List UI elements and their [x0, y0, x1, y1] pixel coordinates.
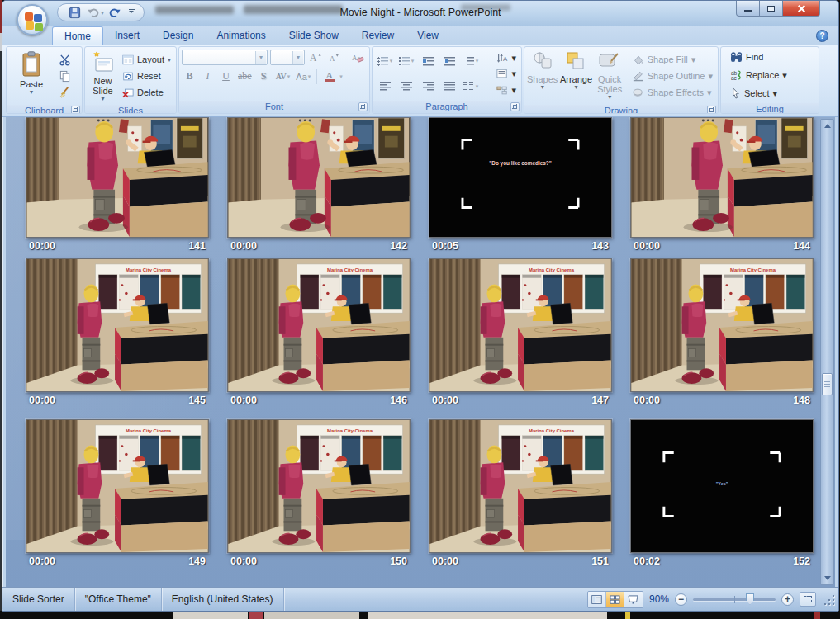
- slide-thumbnail-141[interactable]: [26, 117, 209, 238]
- slide-sorter-view-button[interactable]: [606, 592, 624, 607]
- slide-cell-149[interactable]: Marina City Cinema 00:00149: [26, 419, 209, 567]
- tab-view[interactable]: View: [406, 26, 450, 45]
- slide-thumbnail-145[interactable]: Marina City Cinema: [26, 258, 209, 392]
- font-dialog-launcher[interactable]: [358, 102, 368, 111]
- slide-cell-145[interactable]: Marina City Cinema 00:00145: [26, 258, 209, 406]
- font-name-combobox[interactable]: ▾: [182, 50, 268, 65]
- arrange-button[interactable]: Arrange ▾: [559, 49, 592, 103]
- shape-fill-button[interactable]: Shape Fill▾: [630, 51, 715, 68]
- tab-review[interactable]: Review: [350, 26, 406, 45]
- grow-font-button[interactable]: A: [307, 50, 324, 65]
- increase-indent-button[interactable]: [439, 54, 459, 69]
- replace-button[interactable]: abac Replace▾: [728, 67, 816, 83]
- close-button[interactable]: [783, 1, 820, 17]
- cut-button[interactable]: [55, 51, 74, 68]
- font-color-button[interactable]: A: [321, 69, 337, 84]
- find-button[interactable]: Find: [728, 49, 816, 65]
- new-slide-button[interactable]: New Slide ▾: [88, 49, 118, 103]
- align-left-button[interactable]: [375, 78, 395, 94]
- vertical-scrollbar[interactable]: [820, 119, 834, 585]
- restore-button[interactable]: [760, 1, 783, 17]
- slide-thumbnail-149[interactable]: Marina City Cinema: [26, 419, 209, 553]
- quick-styles-button[interactable]: Quick Styles ▾: [595, 49, 625, 103]
- paste-button[interactable]: Paste ▾: [9, 49, 54, 103]
- numbering-button[interactable]: ▾: [396, 54, 416, 69]
- slide-thumbnail-146[interactable]: Marina City Cinema: [227, 258, 411, 392]
- line-spacing-button[interactable]: ▾: [461, 54, 481, 69]
- slide-show-view-button[interactable]: [624, 592, 643, 607]
- delete-button[interactable]: Delete: [120, 84, 173, 101]
- scroll-up-button[interactable]: [822, 120, 833, 132]
- tab-home[interactable]: Home: [52, 26, 103, 45]
- slide-cell-151[interactable]: Marina City Cinema 00:00151: [429, 419, 612, 567]
- shrink-font-button[interactable]: A: [326, 50, 342, 65]
- slide-thumbnail-143[interactable]: "Do you like comedies?": [429, 117, 612, 238]
- slide-thumbnail-151[interactable]: Marina City Cinema: [429, 419, 612, 553]
- align-right-button[interactable]: [418, 78, 438, 94]
- office-button[interactable]: [17, 4, 48, 35]
- align-text-button[interactable]: ▾: [494, 68, 519, 81]
- tab-insert[interactable]: Insert: [103, 26, 151, 45]
- strikethrough-button[interactable]: abe: [236, 69, 254, 84]
- minimize-button[interactable]: [736, 1, 760, 17]
- columns-button[interactable]: ▾: [461, 78, 481, 94]
- zoom-out-button[interactable]: −: [675, 593, 687, 606]
- drawing-dialog-launcher[interactable]: [707, 106, 716, 114]
- fit-slide-to-window-button[interactable]: [800, 592, 816, 607]
- slide-thumbnail-148[interactable]: Marina City Cinema: [630, 258, 814, 392]
- select-button[interactable]: Select▾: [728, 85, 816, 102]
- scrollbar-thumb[interactable]: [822, 373, 833, 395]
- slide-cell-143[interactable]: "Do you like comedies?"00:05143: [429, 117, 612, 252]
- format-painter-button[interactable]: [55, 84, 74, 101]
- tab-slide-show[interactable]: Slide Show: [278, 26, 350, 45]
- slide-cell-152[interactable]: "Yes"00:02152: [630, 419, 814, 567]
- reset-button[interactable]: Reset: [120, 68, 173, 84]
- decrease-indent-button[interactable]: [418, 54, 438, 69]
- align-center-button[interactable]: [396, 78, 416, 94]
- zoom-slider-thumb[interactable]: [746, 593, 754, 605]
- status-view-indicator[interactable]: Slide Sorter: [2, 588, 75, 611]
- slide-thumbnail-147[interactable]: Marina City Cinema: [429, 258, 612, 392]
- slide-thumbnail-142[interactable]: [227, 117, 411, 238]
- help-button[interactable]: ?: [816, 30, 828, 42]
- slide-cell-146[interactable]: Marina City Cinema 00:00146: [227, 258, 411, 406]
- normal-view-button[interactable]: [588, 592, 606, 607]
- zoom-slider[interactable]: [693, 598, 776, 601]
- slide-cell-148[interactable]: Marina City Cinema 00:00148: [630, 258, 814, 406]
- slide-thumbnail-150[interactable]: Marina City Cinema: [227, 419, 411, 553]
- paragraph-dialog-launcher[interactable]: [510, 102, 520, 111]
- tab-animations[interactable]: Animations: [205, 26, 277, 45]
- text-direction-button[interactable]: A ▾: [494, 51, 519, 64]
- underline-button[interactable]: U: [218, 69, 234, 84]
- italic-button[interactable]: I: [200, 69, 216, 84]
- clipboard-dialog-launcher[interactable]: [71, 106, 80, 114]
- character-spacing-button[interactable]: AV▾: [274, 69, 292, 84]
- zoom-in-button[interactable]: +: [781, 593, 794, 606]
- shape-effects-button[interactable]: Shape Effects▾: [630, 84, 715, 101]
- scroll-down-button[interactable]: [822, 572, 833, 584]
- slide-cell-142[interactable]: 00:00142: [227, 117, 411, 252]
- change-case-button[interactable]: Aa▾: [294, 69, 312, 84]
- slide-cell-150[interactable]: Marina City Cinema 00:00150: [227, 419, 411, 567]
- slide-cell-147[interactable]: Marina City Cinema 00:00147: [429, 258, 612, 406]
- zoom-percentage[interactable]: 90%: [649, 593, 669, 605]
- slide-thumbnail-144[interactable]: [630, 117, 814, 238]
- slide-cell-144[interactable]: 00:00144: [630, 117, 814, 252]
- text-shadow-button[interactable]: S: [256, 69, 272, 84]
- resize-grip[interactable]: [823, 593, 835, 606]
- convert-to-smartart-button[interactable]: ▾: [494, 83, 519, 97]
- slide-thumbnail-152[interactable]: "Yes": [630, 419, 814, 553]
- bold-button[interactable]: B: [182, 69, 197, 84]
- layout-button[interactable]: Layout▾: [120, 51, 173, 68]
- status-language-indicator[interactable]: English (United States): [162, 588, 284, 611]
- status-theme-indicator[interactable]: "Office Theme": [75, 588, 162, 611]
- slide-cell-141[interactable]: 00:00141: [26, 117, 209, 252]
- clear-formatting-button[interactable]: Aa: [349, 50, 366, 65]
- copy-button[interactable]: [55, 68, 74, 84]
- shape-outline-button[interactable]: Shape Outline▾: [630, 68, 715, 84]
- tab-design[interactable]: Design: [151, 26, 205, 45]
- justify-button[interactable]: [439, 78, 459, 94]
- shapes-button[interactable]: Shapes ▾: [527, 49, 558, 103]
- bullets-button[interactable]: ▾: [375, 54, 395, 69]
- font-size-combobox[interactable]: ▾: [270, 50, 305, 65]
